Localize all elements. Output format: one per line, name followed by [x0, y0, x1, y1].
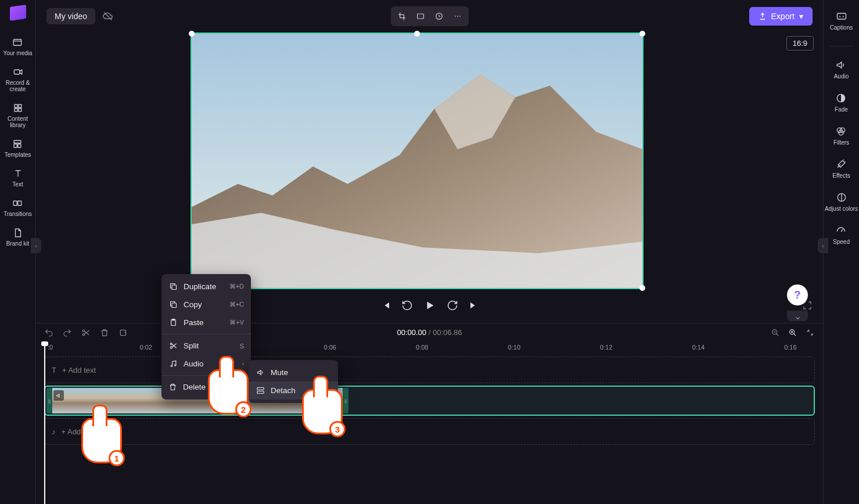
- clip-mute-icon[interactable]: [53, 390, 64, 401]
- sidebar-item-content-library[interactable]: Content library: [0, 103, 35, 128]
- split-button[interactable]: [81, 328, 91, 337]
- copy-icon: [168, 300, 178, 309]
- zoom-in-button[interactable]: [788, 328, 797, 337]
- captions-icon: [836, 10, 847, 22]
- collapse-right-panel-button[interactable]: ‹: [818, 238, 828, 253]
- clip-trim-right[interactable]: ||: [343, 388, 348, 413]
- left-sidebar: Your media Record & create Content libra…: [0, 0, 36, 504]
- menu-item-delete[interactable]: Delete EL: [161, 378, 251, 396]
- zoom-out-button[interactable]: [771, 328, 780, 337]
- sidebar-item-text[interactable]: Text: [12, 168, 23, 188]
- sidebar-item-label: Adjust colors: [825, 206, 858, 212]
- submenu-item-mute[interactable]: Mute: [249, 363, 338, 381]
- resize-handle[interactable]: [639, 285, 645, 291]
- more-button[interactable]: [449, 9, 466, 24]
- sidebar-item-effects[interactable]: Effects: [832, 159, 850, 179]
- rewind-button[interactable]: [401, 300, 413, 311]
- sidebar-item-adjust-colors[interactable]: Adjust colors: [825, 192, 858, 212]
- timeline[interactable]: :0 0:02 0:06 0:08 0:10 0:12 0:14 0:16 T …: [36, 341, 823, 504]
- menu-item-duplicate[interactable]: Duplicate ⌘+D: [161, 278, 251, 296]
- expand-left-panel-button[interactable]: ›: [31, 238, 41, 253]
- menu-item-copy[interactable]: Copy ⌘+C: [161, 296, 251, 314]
- export-label: Export: [771, 12, 795, 21]
- sidebar-item-fade[interactable]: Fade: [835, 92, 848, 113]
- svg-rect-36: [257, 388, 263, 390]
- resize-handle[interactable]: [189, 31, 195, 37]
- sidebar-item-audio[interactable]: Audio: [834, 59, 849, 80]
- sidebar-item-label: Filters: [833, 139, 849, 146]
- menu-item-paste[interactable]: Paste ⌘+V: [161, 314, 251, 332]
- menu-item-split[interactable]: Split S: [161, 337, 251, 355]
- chevron-down-icon: ▾: [799, 12, 803, 21]
- collapse-timeline-button[interactable]: ⌄: [787, 311, 808, 321]
- menu-label: Duplicate: [184, 282, 216, 291]
- svg-point-14: [457, 16, 458, 17]
- delete-clip-button[interactable]: [100, 328, 109, 337]
- forward-button[interactable]: [447, 300, 458, 311]
- sidebar-item-label: Brand kit: [6, 240, 29, 247]
- video-title-input[interactable]: My video: [46, 8, 95, 24]
- play-button[interactable]: [423, 299, 436, 312]
- menu-shortcut: ⌘+C: [229, 301, 244, 308]
- video-track[interactable]: || ||: [44, 386, 815, 416]
- sidebar-item-captions[interactable]: Captions: [830, 10, 853, 31]
- audio-track[interactable]: ♪ + Add audio: [44, 418, 815, 445]
- aspect-ratio-button[interactable]: 16:9: [786, 36, 814, 51]
- sidebar-item-your-media[interactable]: Your media: [3, 37, 32, 56]
- sidebar-item-record-create[interactable]: Record & create: [0, 67, 35, 92]
- svg-point-35: [174, 365, 176, 366]
- sidebar-item-label: Text: [12, 181, 23, 188]
- templates-icon: [12, 139, 23, 149]
- menu-item-audio[interactable]: Audio ›: [161, 355, 251, 373]
- ruler-tick: 0:08: [416, 344, 428, 351]
- svg-point-34: [171, 365, 172, 367]
- context-menu: Duplicate ⌘+D Copy ⌘+C Paste ⌘+V Split S…: [161, 274, 251, 399]
- svg-rect-37: [257, 391, 263, 394]
- sidebar-item-filters[interactable]: Filters: [833, 125, 849, 146]
- crop-clip-button[interactable]: [118, 328, 128, 337]
- skip-forward-button[interactable]: [469, 300, 479, 311]
- resize-handle[interactable]: [414, 31, 420, 37]
- svg-rect-29: [172, 303, 177, 308]
- skip-back-button[interactable]: [380, 300, 391, 311]
- sidebar-item-label: Speed: [833, 239, 850, 245]
- sidebar-item-label: Content library: [0, 116, 35, 128]
- svg-rect-11: [417, 14, 423, 19]
- add-text-placeholder: + Add text: [62, 366, 96, 375]
- app-logo-icon[interactable]: [10, 5, 26, 21]
- sidebar-item-speed[interactable]: Speed: [833, 225, 850, 245]
- svg-rect-6: [14, 141, 21, 143]
- menu-label: Paste: [184, 318, 204, 327]
- right-sidebar: Captions Audio Fade Filters Effects Adju…: [823, 0, 859, 504]
- split-icon: [168, 341, 178, 350]
- detach-icon: [256, 386, 265, 395]
- sidebar-item-label: Record & create: [0, 80, 35, 92]
- video-preview[interactable]: [191, 33, 644, 289]
- sidebar-item-templates[interactable]: Templates: [5, 139, 31, 158]
- sidebar-item-label: Templates: [5, 152, 31, 158]
- text-track[interactable]: T + Add text: [44, 357, 815, 383]
- help-button[interactable]: ?: [787, 285, 808, 305]
- export-button[interactable]: Export ▾: [749, 7, 813, 26]
- svg-rect-7: [14, 144, 17, 147]
- fit-timeline-button[interactable]: [806, 328, 815, 337]
- library-icon: [13, 103, 23, 113]
- delete-icon: [168, 383, 177, 391]
- resize-handle[interactable]: [639, 31, 645, 37]
- crop-button[interactable]: [393, 9, 411, 24]
- sidebar-item-brand-kit[interactable]: Brand kit: [6, 228, 29, 247]
- undo-button[interactable]: [44, 328, 53, 337]
- fit-button[interactable]: [412, 9, 429, 24]
- sidebar-item-transitions[interactable]: Transitions: [3, 198, 32, 217]
- cloud-sync-icon[interactable]: [102, 10, 114, 22]
- menu-label: Audio: [184, 359, 204, 368]
- clip-trim-left[interactable]: ||: [46, 388, 52, 413]
- clip-thumbnail: [100, 388, 149, 413]
- pip-button[interactable]: [430, 9, 448, 24]
- canvas-tools: [391, 6, 469, 26]
- ruler-tick: 0:16: [784, 344, 796, 351]
- redo-button[interactable]: [63, 328, 72, 337]
- playhead[interactable]: [44, 341, 45, 504]
- submenu-item-detach[interactable]: Detach: [249, 381, 338, 399]
- audio-track-icon: ♪: [52, 427, 56, 436]
